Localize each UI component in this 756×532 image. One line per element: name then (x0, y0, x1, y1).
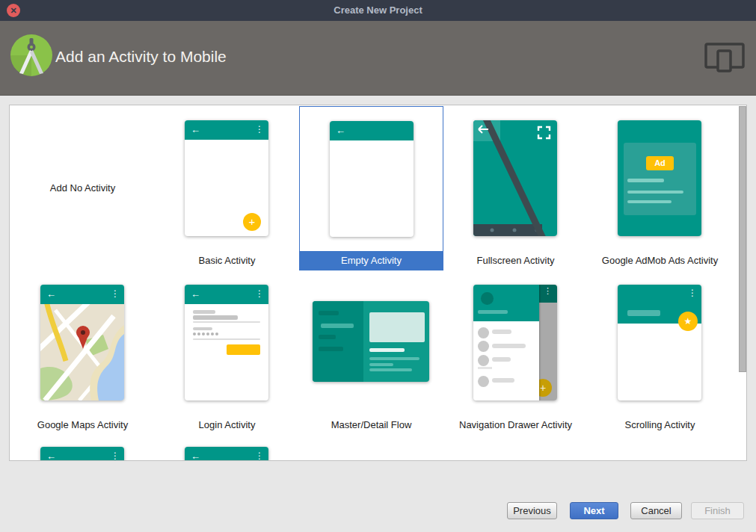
avatar (481, 292, 494, 305)
fab-star-icon: ★ (678, 312, 698, 331)
template-label: Google Maps Activity (10, 415, 155, 435)
template-thumbnail: ← (330, 121, 414, 237)
template-thumbnail: Ad (618, 120, 701, 236)
window-title: Create New Project (0, 0, 756, 21)
template-thumbnail (313, 301, 429, 382)
template-thumbnail: ← ⋮ (40, 447, 124, 461)
template-label: Fullscreen Activity (443, 251, 588, 270)
ad-badge: Ad (646, 156, 674, 170)
template-empty-activity[interactable]: ← Empty Activity (299, 106, 443, 270)
template-google-admob-ads-activity[interactable]: Ad Google AdMob Ads Activity (588, 106, 732, 270)
overflow-menu-icon: ⋮ (255, 288, 264, 300)
back-arrow-icon: ← (191, 450, 200, 461)
android-studio-logo-icon (10, 34, 52, 76)
template-thumbnail: ⋮ ★ (618, 285, 701, 400)
finish-button[interactable]: Finish (691, 502, 744, 519)
template-label: Master/Detail Flow (299, 415, 443, 435)
password-dots (193, 332, 218, 335)
template-navigation-drawer-activity[interactable]: ⋮ + Navigation Drawer Activity (443, 270, 588, 435)
next-button[interactable]: Next (570, 502, 618, 519)
activity-template-gallery: Add No Activity ← ⋮ + Basic Activity ← E… (9, 105, 747, 461)
template-label: Scrolling Activity (588, 415, 732, 435)
back-arrow-icon: ← (46, 450, 56, 461)
template-label: Google AdMob Ads Activity (588, 251, 732, 270)
back-arrow-icon: ← (46, 288, 56, 300)
template-thumbnail: ← ⋮ (40, 285, 124, 400)
overflow-menu-icon: ⋮ (688, 287, 697, 300)
template-thumbnail (473, 120, 557, 236)
overflow-menu-icon: ⋮ (111, 288, 120, 300)
template-login-activity[interactable]: ← ⋮ Login Activity (155, 270, 299, 435)
fab-plus-icon: + (243, 213, 261, 231)
wizard-header: Add an Activity to Mobile (0, 21, 756, 96)
template-thumbnail: ⋮ + (473, 285, 557, 400)
template-thumbnail: ← ⋮ (185, 285, 268, 400)
mobile-tablet-form-factor-icon (704, 42, 746, 73)
back-arrow-icon: ← (191, 123, 200, 136)
template-partial-2[interactable]: ← ⋮ (155, 435, 299, 461)
overflow-menu-icon: ⋮ (255, 123, 264, 136)
template-label-selected: Empty Activity (300, 251, 443, 270)
template-label: Add No Activity (10, 182, 155, 194)
template-label: Navigation Drawer Activity (443, 415, 588, 435)
template-master-detail-flow[interactable]: Master/Detail Flow (299, 270, 443, 435)
template-add-no-activity[interactable]: Add No Activity (10, 106, 155, 270)
template-google-maps-activity[interactable]: ← ⋮ Google Maps Activ (10, 270, 155, 435)
vertical-scrollbar-thumb[interactable] (739, 106, 746, 372)
overflow-menu-icon: ⋮ (255, 450, 264, 461)
template-label: Basic Activity (155, 251, 299, 270)
template-thumbnail: ← ⋮ (185, 447, 268, 461)
window-titlebar: ✕ Create New Project (0, 0, 756, 21)
template-partial-1[interactable]: ← ⋮ (10, 435, 155, 461)
previous-button[interactable]: Previous (507, 502, 557, 519)
back-arrow-icon: ← (336, 124, 345, 137)
template-scrolling-activity[interactable]: ⋮ ★ Scrolling Activity (588, 270, 732, 435)
map-preview (40, 304, 124, 400)
login-button-placeholder (227, 344, 260, 355)
page-title: Add an Activity to Mobile (55, 48, 227, 66)
template-basic-activity[interactable]: ← ⋮ + Basic Activity (155, 106, 299, 270)
overflow-menu-icon: ⋮ (544, 286, 552, 296)
template-thumbnail: ← ⋮ + (185, 120, 268, 236)
template-fullscreen-activity[interactable]: Fullscreen Activity (443, 106, 588, 270)
overflow-menu-icon: ⋮ (111, 450, 120, 461)
cancel-button[interactable]: Cancel (630, 502, 682, 519)
back-arrow-icon: ← (191, 288, 200, 300)
template-label: Login Activity (155, 415, 299, 435)
